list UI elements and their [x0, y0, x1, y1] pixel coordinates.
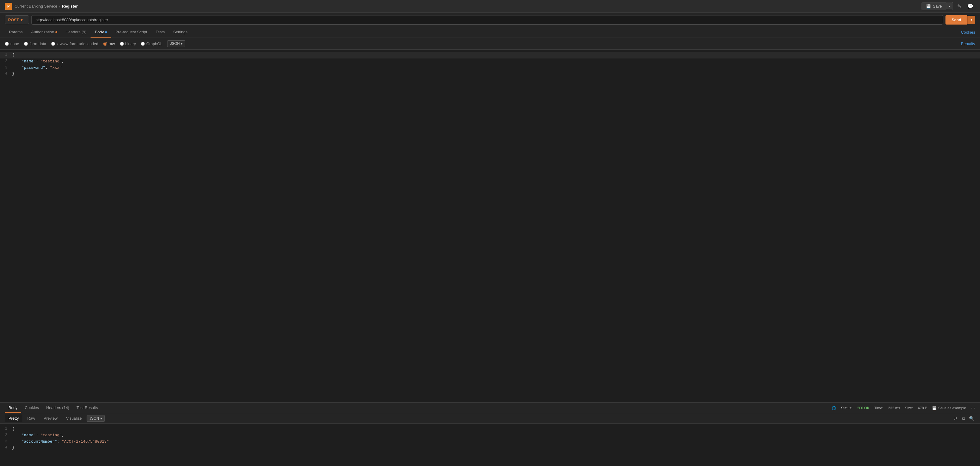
globe-icon: 🌐 — [832, 406, 836, 410]
resp-tab-test-results[interactable]: Test Results — [73, 403, 102, 413]
tab-body[interactable]: Body — [91, 27, 111, 38]
response-json-arrow: ▾ — [100, 416, 102, 421]
response-sub-tabs: Pretty Raw Preview Visualize JSON ▾ ⇄ ⧉ … — [0, 413, 980, 424]
size-label: Size: — [905, 406, 913, 410]
save-icon: 💾 — [926, 4, 931, 8]
line-num-3: 3 — [0, 65, 12, 70]
save-button[interactable]: 💾 Save — [922, 2, 946, 10]
tab-authorization[interactable]: Authorization — [27, 27, 62, 38]
resp-line-num-2: 2 — [0, 432, 12, 438]
resp-tab-body[interactable]: Body — [5, 403, 21, 413]
tab-settings[interactable]: Settings — [169, 27, 192, 38]
line-num-2: 2 — [0, 59, 12, 64]
code-line-1: 1 { — [0, 52, 980, 59]
tab-headers[interactable]: Headers (9) — [62, 27, 91, 38]
resp-line-2: 2 "name": "testing", — [0, 432, 980, 439]
line-content-3: "password": "xxx" — [12, 65, 62, 71]
method-select[interactable]: POST ▾ — [5, 16, 29, 24]
resp-sub-tab-pretty[interactable]: Pretty — [5, 415, 22, 422]
response-json-select[interactable]: JSON ▾ — [87, 415, 105, 422]
body-dot — [105, 31, 107, 33]
code-line-3: 3 "password": "xxx" — [0, 65, 980, 71]
send-button[interactable]: Send — [945, 15, 967, 24]
save-example-label: Save as example — [938, 406, 966, 410]
edit-icon-button[interactable]: ✎ — [956, 2, 963, 10]
status-value: 200 OK — [857, 406, 869, 410]
radio-urlencoded[interactable]: x-www-form-urlencoded — [51, 41, 99, 46]
request-tabs: Params Authorization Headers (9) Body Pr… — [0, 27, 980, 38]
copy-response-button[interactable]: ⧉ — [961, 415, 966, 422]
save-dropdown-arrow[interactable]: ▾ — [946, 3, 953, 10]
app-icon: P — [5, 3, 12, 10]
resp-line-1: 1 { — [0, 426, 980, 432]
top-bar-right: 💾 Save ▾ ✎ 💬 — [921, 2, 975, 10]
key-name: "name" — [22, 59, 36, 64]
more-options-icon[interactable]: ⋯ — [971, 406, 975, 410]
resp-val-account: "ACCT-1714675480013" — [62, 439, 109, 444]
radio-graphql-input[interactable] — [141, 42, 145, 46]
resp-sub-tab-visualize[interactable]: Visualize — [62, 415, 85, 422]
response-tab-bar: Body Cookies Headers (14) Test Results 🌐… — [0, 403, 980, 413]
radio-graphql[interactable]: GraphQL — [141, 41, 162, 46]
resp-key-account: "accountNumber" — [22, 439, 57, 444]
resp-content-1: { — [12, 426, 14, 432]
json-format-label: JSON — [170, 41, 180, 46]
beautify-button[interactable]: Beautify — [961, 41, 975, 46]
request-body-editor[interactable]: 1 { 2 "name": "testing", 3 "password": "… — [0, 50, 980, 402]
resp-sub-tab-preview[interactable]: Preview — [40, 415, 61, 422]
method-label: POST — [8, 18, 19, 22]
code-line-2: 2 "name": "testing", — [0, 59, 980, 65]
radio-binary-input[interactable] — [120, 42, 124, 46]
wrap-icon-button[interactable]: ⇄ — [953, 415, 958, 422]
save-example-button[interactable]: 💾 Save as example — [932, 406, 966, 410]
line-content-4: } — [12, 71, 14, 77]
breadcrumb-service[interactable]: Current Banking Service — [14, 4, 57, 8]
radio-binary[interactable]: binary — [120, 41, 136, 46]
response-json-label: JSON — [89, 416, 99, 421]
resp-line-4: 4 } — [0, 445, 980, 451]
comment-icon-button[interactable]: 💬 — [966, 2, 975, 10]
resp-sub-tab-raw[interactable]: Raw — [24, 415, 39, 422]
save-label: Save — [933, 4, 942, 8]
top-bar: P Current Banking Service / Register 💾 S… — [0, 0, 980, 13]
radio-form-data[interactable]: form-data — [24, 41, 46, 46]
url-bar: POST ▾ Send ▾ — [0, 13, 980, 27]
send-btn-group: Send ▾ — [945, 15, 975, 24]
resp-line-3: 3 "accountNumber": "ACCT-1714675480013" — [0, 439, 980, 445]
save-btn-group: 💾 Save ▾ — [921, 2, 953, 10]
time-label: Time: — [874, 406, 883, 410]
resp-content-2: "name": "testing", — [12, 432, 64, 439]
url-input[interactable] — [32, 15, 943, 24]
json-format-select[interactable]: JSON ▾ — [167, 40, 185, 47]
response-body-editor: 1 { 2 "name": "testing", 3 "accountNumbe… — [0, 424, 980, 466]
radio-none-input[interactable] — [5, 42, 9, 46]
line-content-1: { — [12, 52, 14, 59]
radio-form-data-input[interactable] — [24, 42, 28, 46]
radio-none[interactable]: none — [5, 41, 19, 46]
send-dropdown-arrow[interactable]: ▾ — [967, 16, 975, 24]
method-arrow: ▾ — [21, 18, 23, 22]
val-name: "testing" — [41, 59, 62, 64]
tab-pre-request[interactable]: Pre-request Script — [111, 27, 151, 38]
resp-content-4: } — [12, 445, 14, 451]
body-type-bar: none form-data x-www-form-urlencoded raw… — [0, 38, 980, 50]
radio-raw[interactable]: raw — [103, 41, 115, 46]
search-response-button[interactable]: 🔍 — [968, 415, 975, 422]
line-content-2: "name": "testing", — [12, 59, 64, 65]
breadcrumb-separator: / — [59, 4, 60, 8]
response-panel: Body Cookies Headers (14) Test Results 🌐… — [0, 402, 980, 466]
tab-params[interactable]: Params — [5, 27, 27, 38]
resp-tab-headers[interactable]: Headers (14) — [43, 403, 73, 413]
cookies-link[interactable]: Cookies — [961, 30, 975, 35]
top-bar-left: P Current Banking Service / Register — [5, 3, 78, 10]
resp-line-num-4: 4 — [0, 445, 12, 450]
resp-tab-cookies[interactable]: Cookies — [21, 403, 43, 413]
resp-content-3: "accountNumber": "ACCT-1714675480013" — [12, 439, 109, 445]
tab-tests[interactable]: Tests — [151, 27, 169, 38]
radio-raw-input[interactable] — [103, 42, 107, 46]
val-password: "xxx" — [50, 65, 62, 70]
response-status-bar: 🌐 Status: 200 OK Time: 232 ms Size: 478 … — [832, 406, 975, 410]
radio-urlencoded-input[interactable] — [51, 42, 55, 46]
line-num-1: 1 — [0, 52, 12, 58]
response-right-icons: ⇄ ⧉ 🔍 — [953, 415, 975, 422]
